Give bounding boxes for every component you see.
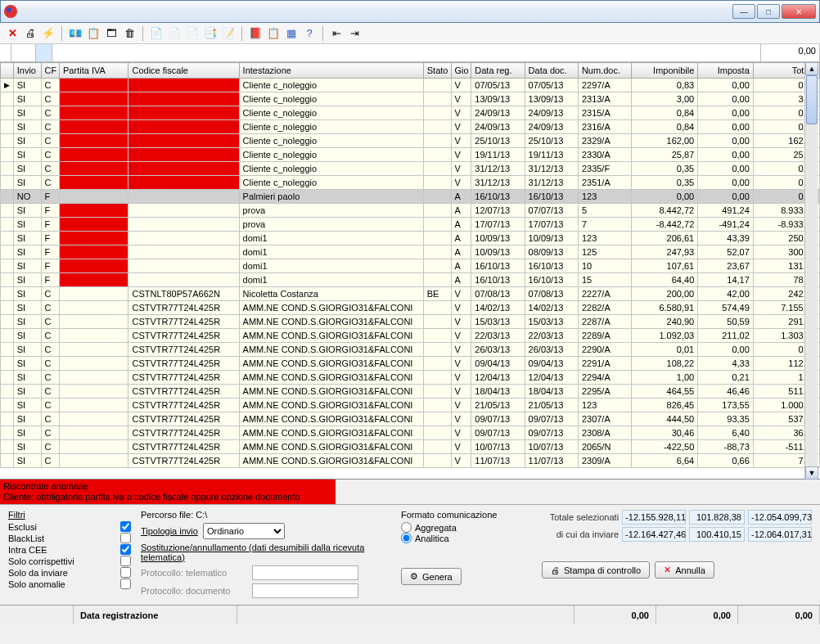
stampa-button[interactable]: 🖨Stampa di controllo — [542, 561, 650, 579]
bolt-icon[interactable]: ⚡ — [41, 26, 56, 41]
col-Intestazione[interactable]: Intestazione — [239, 63, 423, 79]
status-v2: 0,00 — [656, 606, 738, 624]
filter-blacklist[interactable]: BlackList — [8, 533, 131, 543]
doc2-icon[interactable]: 📄 — [167, 26, 182, 41]
table-row[interactable]: SICCSTVTR77T24L425RAMM.NE COND.S.GIORGIO… — [1, 301, 820, 315]
col-CF[interactable]: CF — [41, 63, 60, 79]
sel-totale: -12.054.099,73 — [748, 510, 812, 525]
formato-analitica[interactable]: Analitica — [401, 533, 532, 543]
table-row[interactable]: SIFprovaA17/07/1317/07/137-8.442,72-491,… — [1, 218, 820, 232]
search-row: 0,00 — [0, 44, 820, 62]
data-grid[interactable]: InvioCFPartita IVACodice fiscaleIntestaz… — [0, 62, 820, 480]
copy-icon[interactable]: 📄 — [149, 26, 164, 41]
grid-icon[interactable]: ▦ — [284, 26, 299, 41]
clipboard-icon[interactable]: 📋 — [266, 26, 281, 41]
table-row[interactable]: SICCSTVTR77T24L425RAMM.NE COND.S.GIORGIO… — [1, 315, 820, 329]
col-Imponibile[interactable]: Imponibile — [632, 63, 698, 79]
delete-icon[interactable]: ✕ — [5, 26, 20, 41]
col-Partita IVA[interactable]: Partita IVA — [60, 63, 128, 79]
list-icon[interactable]: 📋 — [86, 26, 101, 41]
table-row[interactable]: SICCliente c_noleggioV24/09/1324/09/1323… — [1, 120, 820, 134]
formato-panel: Formato comunicazione Aggregata Analitic… — [401, 510, 532, 601]
table-row[interactable]: SICCliente c_noleggioV31/12/1331/12/1323… — [1, 176, 820, 190]
col-Codice fiscale[interactable]: Codice fiscale — [128, 63, 239, 79]
table-row[interactable]: ▶SICCliente c_noleggioV07/05/1307/05/132… — [1, 79, 820, 92]
filter-solo-anomalie[interactable]: Solo anomalie — [8, 579, 131, 589]
formato-aggregata[interactable]: Aggregata — [401, 522, 532, 533]
genera-button[interactable]: ⚙Genera — [401, 568, 462, 585]
table-row[interactable]: SICCSTVTR77T24L425RAMM.NE COND.S.GIORGIO… — [1, 399, 820, 412]
col-Imposta[interactable]: Imposta — [698, 63, 754, 79]
indent-left-icon[interactable]: ⇤ — [329, 26, 344, 41]
table-row[interactable]: SIFdomi1A16/10/1316/10/131564,4014,1778,… — [1, 273, 820, 287]
table-row[interactable]: SICCSTVTR77T24L425RAMM.NE COND.S.GIORGIO… — [1, 412, 820, 426]
table-row[interactable]: SICCliente c_noleggioV13/09/1313/09/1323… — [1, 92, 820, 106]
anomaly-banner: Riscontrate anomalie Cliente: obbligator… — [0, 480, 336, 504]
proto-tele-input[interactable] — [252, 565, 358, 580]
table-row[interactable]: SICCliente c_noleggioV19/11/1319/11/1323… — [1, 148, 820, 162]
table-row[interactable]: SICCSTVTR77T24L425RAMM.NE COND.S.GIORGIO… — [1, 440, 820, 454]
sostituzione-link[interactable]: Sostituzione/annullamento (dati desumibi… — [141, 543, 391, 562]
filter-solo-da-inviare[interactable]: Solo da inviare — [8, 567, 131, 578]
annulla-button[interactable]: ✕Annulla — [655, 561, 714, 579]
note-icon[interactable]: 📕 — [248, 26, 263, 41]
col-rowheader[interactable] — [1, 63, 14, 79]
col-Stato[interactable]: Stato — [423, 63, 451, 79]
scroll-down-icon[interactable]: ▼ — [805, 466, 818, 480]
filter-checkbox[interactable] — [120, 533, 131, 543]
close-button[interactable]: ✕ — [782, 4, 816, 19]
status-bar: Data registrazione 0,00 0,00 0,00 — [0, 605, 820, 624]
minimize-button[interactable]: ― — [732, 4, 755, 19]
totals-panel: Totale selezionati -12.155.928,11 101.82… — [542, 510, 812, 601]
tipologia-select[interactable]: Ordinario — [203, 523, 285, 539]
trash-icon[interactable]: 🗑 — [122, 26, 137, 41]
vertical-scrollbar[interactable]: ▲ ▼ — [804, 62, 818, 480]
filter-checkbox[interactable] — [120, 579, 131, 589]
filter-checkbox[interactable] — [120, 567, 131, 578]
col-Num.doc.[interactable]: Num.doc. — [578, 63, 631, 79]
table-row[interactable]: SIFdomi1A10/09/1310/09/13123206,6143,392… — [1, 232, 820, 245]
proto-doc-input[interactable] — [252, 583, 358, 598]
table-row[interactable]: SICCliente c_noleggioV24/09/1324/09/1323… — [1, 106, 820, 120]
doc5-icon[interactable]: 📝 — [221, 26, 236, 41]
table-row[interactable]: SICCSTVTR77T24L425RAMM.NE COND.S.GIORGIO… — [1, 426, 820, 440]
col-Data doc.[interactable]: Data doc. — [525, 63, 578, 79]
money-icon[interactable]: 💶 — [68, 26, 83, 41]
help-icon[interactable]: ? — [302, 26, 317, 41]
table-row[interactable]: SICCSTVTR77T24L425RAMM.NE COND.S.GIORGIO… — [1, 329, 820, 343]
table-row[interactable]: NOFPalmieri paoloA16/10/1316/10/131230,0… — [1, 190, 820, 204]
filter-checkbox[interactable] — [120, 556, 131, 566]
filter-intra-cee[interactable]: Intra CEE — [8, 544, 131, 555]
table-row[interactable]: SICCSTVTR77T24L425RAMM.NE COND.S.GIORGIO… — [1, 343, 820, 357]
table-row[interactable]: SICCSTVTR77T24L425RAMM.NE COND.S.GIORGIO… — [1, 385, 820, 399]
table-row[interactable]: SICCliente c_noleggioV25/10/1325/10/1323… — [1, 134, 820, 148]
anomaly-line2: Cliente: obbligatoria partita iva o codi… — [3, 492, 332, 502]
indent-right-icon[interactable]: ⇥ — [347, 26, 362, 41]
col-Invio[interactable]: Invio — [13, 63, 41, 79]
table-row[interactable]: SIFdomi1A16/10/1316/10/1310107,6123,6713… — [1, 259, 820, 273]
table-row[interactable]: SICCliente c_noleggioV31/12/1331/12/1323… — [1, 162, 820, 176]
filter-checkbox[interactable] — [120, 544, 131, 555]
scroll-thumb[interactable] — [806, 75, 818, 124]
table-row[interactable]: SICCSTVTR77T24L425RAMM.NE COND.S.GIORGIO… — [1, 371, 820, 385]
status-label: Data registrazione — [74, 606, 237, 624]
filter-solo-corrispettivi[interactable]: Solo corrispettivi — [8, 556, 131, 566]
app-icon — [4, 5, 17, 18]
table-row[interactable]: SIFdomi1A10/09/1308/09/13125247,9352,073… — [1, 245, 820, 259]
filter-checkbox[interactable] — [120, 521, 131, 532]
table-row[interactable]: SIFprovaA12/07/1307/07/1358.442,72491,24… — [1, 204, 820, 218]
print-icon[interactable]: 🖨 — [23, 26, 38, 41]
doc3-icon[interactable]: 📄 — [185, 26, 200, 41]
scroll-up-icon[interactable]: ▲ — [805, 62, 818, 75]
window-icon[interactable]: 🗔 — [104, 26, 119, 41]
toolbar: ✕ 🖨 ⚡ 💶 📋 🗔 🗑 📄 📄 📄 📑 📝 📕 📋 ▦ ? ⇤ ⇥ — [0, 23, 820, 44]
table-row[interactable]: SICCSTVTR77T24L425RAMM.NE COND.S.GIORGIO… — [1, 357, 820, 371]
filter-esclusi[interactable]: Esclusi — [8, 521, 131, 532]
col-Data reg.[interactable]: Data reg. — [471, 63, 525, 79]
maximize-button[interactable]: □ — [757, 4, 780, 19]
col-Gio[interactable]: Gio — [451, 63, 471, 79]
inv-imponibile: -12.164.427,46 — [622, 527, 686, 542]
table-row[interactable]: SICCSTNLT80P57A662NNicoletta CostanzaBEV… — [1, 287, 820, 301]
doc4-icon[interactable]: 📑 — [203, 26, 218, 41]
table-row[interactable]: SICCSTVTR77T24L425RAMM.NE COND.S.GIORGIO… — [1, 454, 820, 468]
